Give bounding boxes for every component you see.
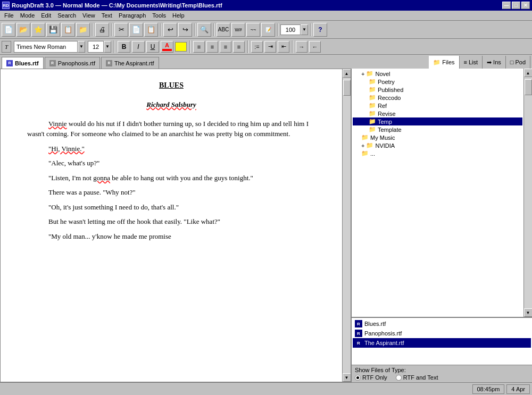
wordcount-button[interactable]: W# [231, 23, 245, 37]
font-name-box[interactable]: Times New Roman [14, 41, 78, 53]
copy-to-button[interactable]: 📋 [61, 23, 75, 37]
filter-rtf-text[interactable]: RTF and Text [396, 374, 438, 381]
main-toolbar: 📄 📂 ⭐ 💾 📋 📁 🖨 ✂ 📄 📋 ↩ ↪ 🔍 ABC W# ~~ 📝 10… [0, 21, 532, 39]
window-controls[interactable]: — □ ✕ [502, 2, 530, 9]
scroll-thumb[interactable] [343, 80, 351, 96]
tree-item-template[interactable]: 📁 Template [353, 125, 522, 133]
zoom-dropdown[interactable]: ▼ [301, 24, 308, 35]
maximize-button[interactable]: □ [512, 2, 520, 9]
right-scroll-up-button[interactable]: ▲ [524, 69, 533, 77]
folder-icon-revise: 📁 [369, 110, 376, 117]
filter-rtf-only[interactable]: RTF Only [355, 374, 387, 381]
find-button[interactable]: 🔍 [197, 23, 211, 37]
tree-item-more[interactable]: 📁 ... [353, 149, 522, 157]
toolbar-sep-4 [194, 23, 195, 36]
align-right-button[interactable]: ≡ [220, 41, 231, 53]
open-button[interactable]: 📂 [16, 23, 30, 37]
save-button[interactable]: 💾 [46, 23, 60, 37]
align-center-button[interactable]: ≡ [206, 41, 218, 53]
menu-paragraph[interactable]: Paragraph [115, 11, 149, 20]
tab-blues[interactable]: R Blues.rtf [2, 57, 44, 69]
menu-edit[interactable]: Edit [38, 11, 54, 20]
radio-rtf-only[interactable] [355, 375, 361, 381]
indent-button[interactable]: ⇥ [264, 41, 276, 53]
notes-button[interactable]: 📝 [261, 23, 275, 37]
scroll-track[interactable] [343, 78, 351, 373]
folder-button[interactable]: 📁 [76, 23, 90, 37]
tree-item-mymusic[interactable]: 📁 My Music [353, 133, 522, 141]
right-scroll-thumb[interactable] [525, 79, 532, 95]
align-justify-button[interactable]: ≡ [233, 41, 245, 53]
bold-button[interactable]: B [118, 41, 130, 53]
outdent-button[interactable]: ⇤ [278, 41, 289, 53]
redo-button[interactable]: ↪ [178, 23, 192, 37]
tree-item-nvidia[interactable]: + 📁 NVIDIA [353, 141, 522, 149]
tab-panophosis[interactable]: R Panophosis.rtf [45, 57, 100, 69]
tree-item-reccodo[interactable]: 📁 Reccodo [353, 94, 522, 102]
help-button[interactable]: ? [313, 23, 327, 37]
right-scroll-down-button[interactable]: ▼ [524, 308, 533, 317]
right-tab-ins[interactable]: ➡ Ins [483, 56, 506, 69]
fav-button[interactable]: ⭐ [31, 23, 45, 37]
format-sep-4 [292, 40, 293, 53]
cut-button[interactable]: ✂ [114, 23, 128, 37]
font-size-box[interactable]: 12 [88, 41, 104, 53]
menu-view[interactable]: View [79, 11, 98, 20]
tree-item-published[interactable]: 📁 Published [353, 86, 522, 94]
stats-button[interactable]: ~~ [246, 23, 260, 37]
open-file-panophosis[interactable]: R Panophosis.rtf [353, 329, 531, 338]
open-file-icon-panophosis: R [355, 330, 362, 337]
tree-item-novel[interactable]: + 📁 Novel [353, 70, 522, 78]
minimize-button[interactable]: — [502, 2, 511, 9]
tree-item-revise[interactable]: 📁 Revise [353, 110, 522, 117]
paste-button[interactable]: 📋 [144, 23, 158, 37]
close-button[interactable]: ✕ [521, 2, 530, 9]
italic-button[interactable]: I [132, 41, 145, 53]
copy-button[interactable]: 📄 [129, 23, 143, 37]
font-color-button[interactable]: A [161, 41, 173, 53]
undo-button[interactable]: ↩ [163, 23, 177, 37]
tree-item-ref[interactable]: 📁 Ref [353, 102, 522, 110]
new-button[interactable]: 📄 [2, 23, 15, 37]
menu-mode[interactable]: Mode [17, 11, 38, 20]
document-scrollbar[interactable]: ▲ ▼ [342, 69, 351, 382]
scroll-down-button[interactable]: ▼ [343, 373, 351, 382]
right-tab-pod[interactable]: □ Pod [506, 56, 530, 69]
menu-help[interactable]: Help [169, 11, 188, 20]
indent-more-button[interactable]: → [296, 41, 307, 53]
font-name-control[interactable]: Times New Roman ▼ [14, 41, 85, 53]
zoom-value[interactable]: 100 [280, 24, 301, 35]
radio-rtf-text[interactable] [396, 375, 402, 381]
right-panel-scrollbar[interactable]: ▲ ▼ [523, 69, 532, 317]
right-tab-files[interactable]: 📁 Files [429, 56, 459, 69]
menu-search[interactable]: Search [54, 11, 79, 20]
open-file-blues[interactable]: R Blues.rtf [353, 319, 531, 329]
font-dropdown-btn[interactable]: ▼ [78, 41, 85, 53]
tree-label-mymusic: My Music [370, 135, 395, 141]
list-button[interactable]: := [251, 41, 263, 53]
right-tab-list[interactable]: ≡ List [460, 56, 483, 69]
menu-file[interactable]: File [1, 11, 17, 20]
open-file-label-aspirant: The Aspirant.rtf [364, 340, 404, 346]
tab-icon-blues: R [6, 60, 13, 66]
underline-button[interactable]: U [146, 41, 159, 53]
tree-item-poetry[interactable]: 📁 Poetry [353, 78, 522, 86]
indent-less-button[interactable]: ← [309, 41, 321, 53]
font-size-dropdown-btn[interactable]: ▼ [104, 41, 111, 53]
font-size-control[interactable]: 12 ▼ [88, 41, 111, 53]
print-button[interactable]: 🖨 [95, 23, 109, 37]
align-left-button[interactable]: ≡ [193, 41, 205, 53]
folder-icon-mymusic: 📁 [361, 134, 369, 141]
tab-aspirant[interactable]: R The Aspirant.rtf [101, 57, 159, 69]
spellcheck-button[interactable]: ABC [217, 23, 230, 37]
scroll-up-button[interactable]: ▲ [343, 69, 351, 78]
menu-text[interactable]: Text [98, 11, 115, 20]
tree-item-temp[interactable]: 📁 Temp [353, 117, 522, 125]
document-content-scroll[interactable]: BLUES Richard Salsbury Vinnie would do h… [1, 69, 342, 382]
right-scroll-track[interactable] [524, 77, 533, 308]
right-panel: + 📁 Novel 📁 Poetry 📁 Published 📁 Reccodo [351, 69, 532, 382]
zoom-control[interactable]: 100 ▼ [280, 24, 308, 35]
menu-tools[interactable]: Tools [149, 11, 169, 20]
highlight-button[interactable] [175, 42, 187, 52]
open-file-aspirant[interactable]: R The Aspirant.rtf [353, 338, 531, 348]
